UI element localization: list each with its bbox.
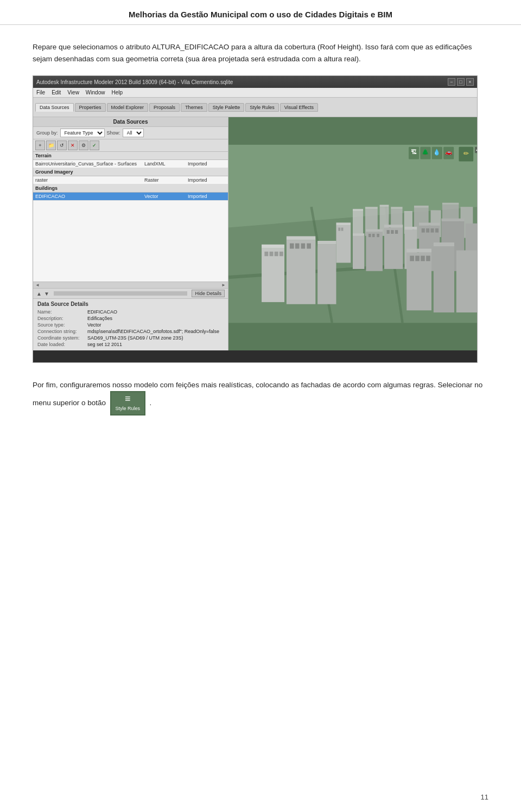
style-rules-label: Style Rules: [116, 405, 141, 412]
tab-proposals[interactable]: Proposals: [149, 103, 180, 112]
bottom-text-before: Por fim, configuraremos nosso modelo com…: [33, 381, 482, 407]
detail-name-label: Name:: [37, 309, 86, 315]
tab-data-sources[interactable]: Data Sources: [35, 103, 74, 112]
first-paragraph: Repare que selecionamos o atributo ALTUR…: [33, 41, 488, 65]
menu-file[interactable]: File: [36, 89, 45, 95]
group-by-label: Group by:: [36, 130, 58, 136]
detail-desc-value: Edificações: [87, 316, 224, 321]
app-titlebar-text: Autodesk Infrastructure Modeler 2012 Bui…: [36, 79, 233, 85]
page-header: Melhorias da Gestão Municipal com o uso …: [0, 0, 521, 25]
city-view-svg: ✏ 🏗 🌲 💧 🚗 •••: [228, 117, 477, 350]
app-titlebar: Autodesk Infrastructure Modeler 2012 Bui…: [33, 76, 477, 88]
tab-style-rules[interactable]: Style Rules: [245, 103, 279, 112]
refresh-btn[interactable]: ↺: [57, 140, 67, 150]
maximize-button[interactable]: □: [457, 78, 465, 86]
style-rules-icon: ≡: [125, 394, 131, 404]
style-rules-button[interactable]: ≡ Style Rules: [110, 391, 145, 415]
minimize-button[interactable]: −: [448, 78, 455, 86]
show-select[interactable]: All: [123, 129, 144, 137]
tab-properties[interactable]: Properties: [75, 103, 106, 112]
svg-text:🏗: 🏗: [411, 149, 417, 156]
tab-visual-effects[interactable]: Visual Effects: [280, 103, 318, 112]
nav-down-icon[interactable]: ▼: [44, 291, 49, 297]
svg-rect-70: [228, 145, 477, 323]
section-ground-imagery: Ground Imagery: [33, 168, 228, 176]
group-by-select[interactable]: Feature Type: [60, 129, 105, 137]
tab-themes[interactable]: Themes: [181, 103, 207, 112]
bottom-text-after: .: [150, 399, 152, 407]
details-title: Data Source Details: [37, 301, 88, 307]
menu-help[interactable]: Help: [111, 89, 123, 95]
detail-description: Description: Edificações: [37, 316, 224, 321]
detail-source-type: Source type: Vector: [37, 322, 224, 328]
menu-window[interactable]: Window: [86, 89, 105, 95]
detail-desc-label: Description:: [37, 316, 86, 321]
details-panel: Data Source Details Name: EDIFICACAO Des…: [33, 298, 228, 350]
page-content: Repare que selecionamos o atributo ALTUR…: [0, 41, 521, 415]
detail-date-value: seg set 12 2011: [87, 342, 224, 347]
panel-btn-row: + 📁 ↺ ✕ ⚙ ✓: [33, 139, 228, 152]
page-title: Melhorias da Gestão Municipal com o uso …: [33, 10, 488, 19]
left-panel: Data Sources Group by: Feature Type Show…: [33, 117, 228, 350]
detail-src-value: Vector: [87, 322, 224, 328]
detail-coordinate: Coordinate system: SAD69_UTM-23S (SAD69 …: [37, 335, 224, 341]
svg-text:🌲: 🌲: [422, 149, 429, 156]
detail-conn-value: mdsp\sena\sdf\EDIFICACAO_ortofotos.sdf";…: [87, 329, 224, 334]
table-row-terrain[interactable]: BairroUniversitario_Curvas_Surface - Sur…: [33, 160, 228, 168]
settings-btn[interactable]: ⚙: [79, 140, 88, 150]
page-number: 11: [481, 793, 488, 801]
table-row-edificacao[interactable]: EDIFICACAO Vector Imported: [33, 193, 228, 201]
titlebar-buttons: − □ ×: [448, 78, 474, 86]
nav-up-icon[interactable]: ▲: [36, 291, 42, 297]
tab-model-explorer[interactable]: Model Explorer: [107, 103, 149, 112]
detail-name: Name: EDIFICACAO: [37, 309, 224, 315]
detail-conn-label: Connection string:: [37, 329, 86, 334]
svg-text:🚗: 🚗: [445, 149, 453, 156]
section-buildings: Buildings: [33, 184, 228, 193]
svg-text:💧: 💧: [433, 149, 441, 156]
add-btn[interactable]: +: [35, 140, 45, 150]
delete-btn[interactable]: ✕: [68, 140, 78, 150]
section-terrain: Terrain: [33, 152, 228, 160]
vertical-scrollbar[interactable]: [54, 291, 188, 296]
table-row-raster[interactable]: raster Raster Imported: [33, 176, 228, 184]
detail-coord-label: Coordinate system:: [37, 335, 86, 341]
bottom-paragraph: Por fim, configuraremos nosso modelo com…: [33, 379, 488, 415]
data-table: Terrain BairroUniversitario_Curvas_Surfa…: [33, 152, 228, 282]
menu-view[interactable]: View: [67, 89, 79, 95]
details-header: Data Source Details: [37, 301, 224, 307]
app-menubar: File Edit View Window Help: [33, 88, 477, 98]
horizontal-scrollbar[interactable]: ◄ ►: [33, 282, 228, 288]
panel-nav-row: ▲ ▼ Hide Details: [33, 288, 228, 298]
svg-text:✏: ✏: [463, 150, 469, 157]
detail-date: Date loaded: seg set 12 2011: [37, 342, 224, 347]
detail-connection: Connection string: mdsp\sena\sdf\EDIFICA…: [37, 329, 224, 334]
folder-btn[interactable]: 📁: [46, 140, 56, 150]
detail-coord-value: SAD69_UTM-23S (SAD69 / UTM zone 23S): [87, 335, 224, 341]
app-body: Data Sources Group by: Feature Type Show…: [33, 117, 477, 350]
app-toolbar: Data Sources Properties Model Explorer P…: [33, 98, 477, 117]
check-btn[interactable]: ✓: [90, 140, 99, 150]
menu-edit[interactable]: Edit: [52, 89, 61, 95]
detail-date-label: Date loaded:: [37, 342, 86, 347]
tab-style-palette[interactable]: Style Palette: [208, 103, 245, 112]
svg-text:•••: •••: [476, 148, 477, 152]
app-screenshot: Autodesk Infrastructure Modeler 2012 Bui…: [33, 75, 478, 363]
right-panel-3d: ✏ 🏗 🌲 💧 🚗 •••: [228, 117, 477, 350]
panel-filter-toolbar: Group by: Feature Type Show: All: [33, 127, 228, 139]
show-label: Show:: [107, 130, 120, 136]
panel-header: Data Sources: [33, 117, 228, 127]
close-button[interactable]: ×: [466, 78, 474, 86]
hide-details-button[interactable]: Hide Details: [192, 290, 225, 297]
detail-name-value: EDIFICACAO: [87, 309, 224, 315]
detail-src-label: Source type:: [37, 322, 86, 328]
